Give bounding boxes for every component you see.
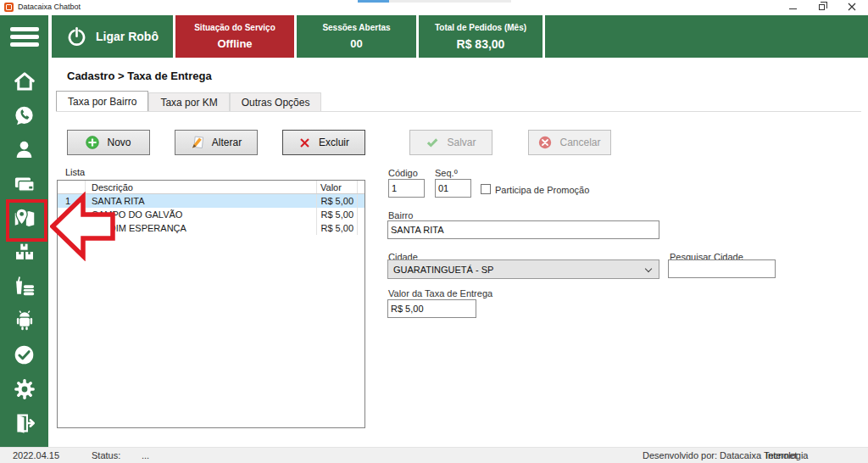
statusbar: 2022.04.15 Status: ... Desenvolvido por:…: [0, 447, 868, 463]
close-icon: [848, 3, 856, 11]
tab-taxa-por-km[interactable]: Taxa por KM: [148, 92, 229, 111]
sidebar-item-whatsapp[interactable]: [0, 101, 48, 130]
bairro-field[interactable]: [387, 220, 659, 239]
breadcrumb: Cadastro > Taxa de Entrega: [67, 70, 212, 82]
service-status-panel: Situação do Serviço Offline: [175, 15, 294, 58]
sidebar-item-credit-cards[interactable]: [0, 170, 48, 198]
minimize-icon: [789, 8, 797, 9]
service-status-label: Situação do Serviço: [194, 23, 275, 32]
table-row[interactable]: 1 SANTA RITA R$ 5,00: [58, 194, 364, 208]
bairro-label: Bairro: [388, 210, 413, 220]
status-value: ...: [142, 450, 149, 460]
salvar-button[interactable]: Salvar: [409, 130, 492, 155]
sidebar-item-food-menu[interactable]: [0, 272, 48, 301]
alterar-label: Alterar: [212, 137, 242, 148]
pesquisar-cidade-field[interactable]: [668, 259, 776, 278]
seq-label: Seq.º: [435, 168, 458, 178]
tab-strip: Taxa por Bairro Taxa por KM Outras Opçõe…: [56, 91, 321, 111]
check-circle-icon: [13, 343, 36, 366]
salvar-label: Salvar: [447, 137, 476, 148]
alterar-button[interactable]: Alterar: [175, 130, 258, 155]
sidebar-item-users[interactable]: [0, 136, 48, 165]
whatsapp-icon: [13, 104, 36, 127]
table-row[interactable]: 3 JARDIM ESPERANÇA R$ 5,00: [58, 221, 364, 235]
android-icon: [13, 309, 36, 332]
restore-button[interactable]: [810, 0, 832, 14]
ligar-robo-label: Ligar Robô: [96, 30, 159, 43]
sidebar: [0, 58, 48, 447]
scrollbar-thumb[interactable]: [358, 0, 389, 3]
map-pin-icon: [12, 205, 37, 231]
codigo-field[interactable]: [388, 179, 425, 198]
cancel-circle-icon: [538, 136, 552, 149]
sidebar-item-map-delivery-areas[interactable]: [0, 204, 48, 232]
hamburger-icon: [10, 27, 39, 31]
seq-field[interactable]: [435, 179, 471, 198]
taxa-list-table: Descrição Valor 1 SANTA RITA R$ 5,00 2 C…: [57, 180, 365, 428]
col-row-number: [58, 181, 86, 193]
cidade-dropdown[interactable]: GUARATINGUETÁ - SP: [387, 259, 659, 279]
cancelar-button[interactable]: Cancelar: [528, 130, 611, 155]
table-row[interactable]: 2 CAMPO DO GALVÃO R$ 5,00: [58, 208, 364, 221]
window-title: Datacaixa Chatbot: [18, 3, 81, 11]
credit-cards-icon: [13, 172, 36, 196]
novo-button[interactable]: Novo: [67, 130, 150, 155]
cancelar-label: Cancelar: [559, 137, 600, 148]
ligar-robo-button[interactable]: Ligar Robô: [52, 15, 173, 58]
participa-promocao-checkbox[interactable]: [481, 184, 491, 194]
service-status-value: Offline: [217, 37, 252, 50]
close-button[interactable]: [841, 0, 863, 14]
food-drink-icon: [13, 275, 36, 298]
restore-icon: [819, 4, 825, 10]
excluir-button[interactable]: Excluir: [282, 130, 365, 155]
gear-icon: [13, 377, 36, 401]
sidebar-item-products[interactable]: [0, 237, 48, 266]
col-descricao[interactable]: Descrição: [86, 181, 317, 193]
novo-label: Novo: [107, 137, 131, 148]
datacaixa-chatbot-window: Datacaixa Chatbot Ligar Robô Situação do…: [0, 0, 868, 463]
sidebar-item-approvals[interactable]: [0, 340, 48, 369]
packages-icon: [13, 240, 36, 264]
sidebar-item-exit[interactable]: [0, 409, 48, 438]
table-header: Descrição Valor: [58, 181, 364, 194]
add-icon: [86, 136, 99, 149]
valor-taxa-field[interactable]: [387, 299, 476, 318]
exit-door-icon: [13, 411, 36, 435]
tab-outras-opcoes[interactable]: Outras Opções: [230, 92, 322, 111]
save-check-icon: [426, 136, 439, 149]
tab-taxa-por-bairro[interactable]: Taxa por Bairro: [56, 91, 148, 111]
codigo-label: Código: [388, 168, 418, 178]
participa-promocao-label: Participa de Promoção: [495, 185, 589, 195]
user-icon: [13, 138, 36, 161]
open-sessions-label: Sessões Abertas: [322, 23, 390, 32]
status-date: 2022.04.15: [13, 450, 59, 460]
col-valor[interactable]: Valor: [317, 181, 358, 193]
lista-label: Lista: [65, 167, 85, 177]
scrollbar-track[interactable]: [358, 0, 511, 3]
status-label: Status:: [92, 450, 120, 460]
menu-button[interactable]: [0, 15, 48, 58]
connection-status: Internet: [765, 450, 797, 460]
total-orders-value: R$ 83,00: [457, 37, 505, 51]
chevron-down-icon: [645, 265, 652, 272]
delete-x-icon: [298, 137, 311, 149]
app-icon: [4, 3, 14, 12]
minimize-button[interactable]: [782, 0, 804, 14]
cidade-selected-value: GUARATINGUETÁ - SP: [393, 265, 493, 275]
header-filler: [545, 15, 868, 58]
power-icon: [66, 26, 87, 47]
total-orders-label: Total de Pedidos (Mês): [435, 23, 526, 32]
sidebar-item-home[interactable]: [0, 67, 48, 96]
excluir-label: Excluir: [319, 137, 349, 148]
total-orders-panel: Total de Pedidos (Mês) R$ 83,00: [419, 15, 542, 58]
open-sessions-value: 00: [350, 37, 362, 50]
edit-pencil-icon: [191, 136, 204, 149]
open-sessions-panel: Sessões Abertas 00: [297, 15, 416, 58]
main-content: Cadastro > Taxa de Entrega Taxa por Bair…: [48, 58, 868, 447]
valor-taxa-label: Valor da Taxa de Entrega: [388, 288, 492, 298]
home-icon: [13, 70, 36, 93]
sidebar-item-settings[interactable]: [0, 375, 48, 404]
sidebar-item-android[interactable]: [0, 306, 48, 335]
titlebar: Datacaixa Chatbot: [0, 0, 868, 15]
